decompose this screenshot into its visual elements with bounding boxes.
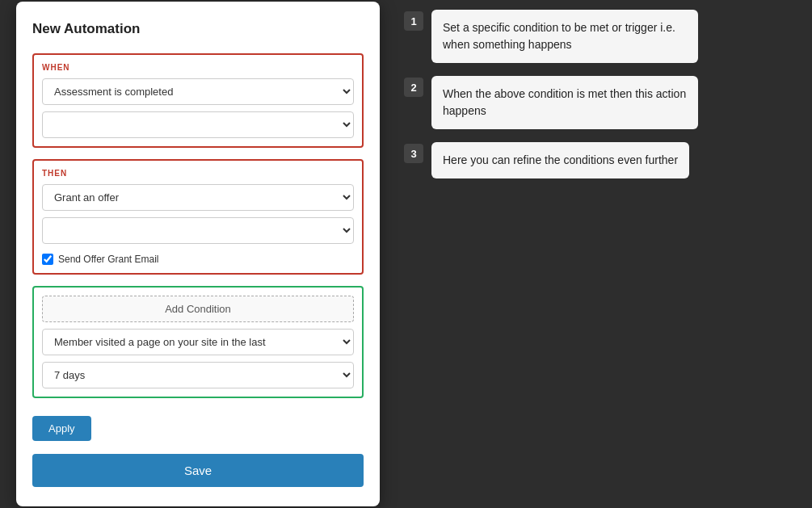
- then-section: THEN Grant an offer Send email Add tag R…: [32, 159, 364, 275]
- tooltip-text-2: When the above condition is met then thi…: [431, 76, 698, 129]
- when-select-primary[interactable]: Assessment is completed Member logged in…: [42, 78, 354, 105]
- send-email-row: Send Offer Grant Email: [42, 254, 354, 265]
- condition-days-select[interactable]: 7 days 14 days 30 days: [42, 362, 354, 388]
- condition-select-primary[interactable]: Member visited a page on your site in th…: [42, 329, 354, 355]
- tooltip-text-3: Here you can refine the conditions even …: [431, 142, 689, 178]
- tooltip-text-1: Set a specific condition to be met or tr…: [431, 10, 698, 63]
- condition-section: Add Condition Member visited a page on y…: [32, 286, 364, 398]
- when-section: WHEN Assessment is completed Member logg…: [32, 53, 364, 148]
- tooltips-container: 1 Set a specific condition to be met or …: [404, 2, 698, 178]
- tooltip-badge-2: 2: [404, 78, 423, 97]
- main-container: New Automation WHEN Assessment is comple…: [16, 2, 796, 506]
- when-select-secondary[interactable]: Option 1 Option 2: [42, 111, 354, 138]
- apply-button[interactable]: Apply: [32, 416, 91, 441]
- tooltip-2: 2 When the above condition is met then t…: [404, 76, 698, 129]
- send-offer-email-label[interactable]: Send Offer Grant Email: [58, 254, 159, 265]
- when-label: WHEN: [42, 63, 354, 72]
- add-condition-button[interactable]: Add Condition: [42, 296, 354, 322]
- automation-card: New Automation WHEN Assessment is comple…: [16, 2, 380, 506]
- card-title: New Automation: [32, 21, 364, 37]
- then-select-secondary[interactable]: Option A Option B: [42, 217, 354, 244]
- send-offer-email-checkbox[interactable]: [42, 254, 53, 265]
- save-button[interactable]: Save: [32, 454, 364, 487]
- tooltip-badge-3: 3: [404, 144, 423, 163]
- then-select-primary[interactable]: Grant an offer Send email Add tag Remove…: [42, 184, 354, 211]
- tooltip-badge-1: 1: [404, 11, 423, 31]
- tooltip-3: 3 Here you can refine the conditions eve…: [404, 142, 698, 178]
- tooltip-1: 1 Set a specific condition to be met or …: [404, 10, 698, 63]
- then-label: THEN: [42, 169, 354, 178]
